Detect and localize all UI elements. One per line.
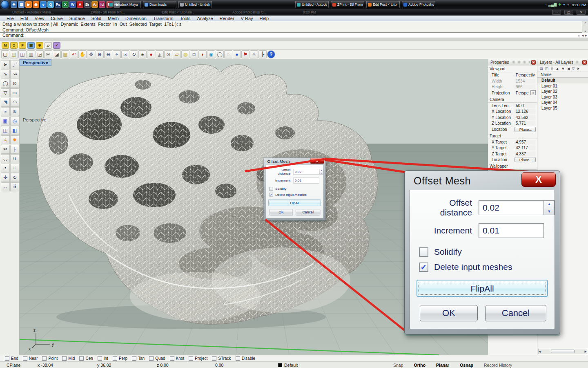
explode-icon[interactable]: ✸ <box>10 135 19 144</box>
paste-icon[interactable]: ▦ <box>61 50 69 58</box>
arc-icon[interactable]: ◠ <box>10 98 19 107</box>
block-hierarchy-icon[interactable]: ┣ <box>258 50 267 58</box>
layer-row[interactable]: Layer 05 <box>537 105 588 111</box>
solidify-checkbox[interactable] <box>419 247 428 257</box>
network-signal-icon[interactable]: ▂▄▆ <box>548 2 557 7</box>
print-icon[interactable]: ▥ <box>27 50 35 58</box>
zoom-extents-icon[interactable]: ⊡ <box>121 50 129 58</box>
fillet-edge-icon[interactable]: ◡ <box>1 154 10 163</box>
flip-all-button[interactable]: FlipAll <box>416 280 548 297</box>
menu-item[interactable]: View <box>31 16 48 21</box>
prompt-right-icon[interactable]: ▶ <box>585 34 587 37</box>
checkbox[interactable] <box>132 356 136 361</box>
update-shield-icon[interactable]: ✚ <box>558 2 561 7</box>
acrobat-icon[interactable]: A <box>77 1 83 8</box>
start-button[interactable] <box>1 0 9 9</box>
indesign-icon[interactable]: Id <box>99 1 105 8</box>
menu-item[interactable]: Surface <box>66 16 88 21</box>
menu-item[interactable]: File <box>3 16 17 21</box>
blue-cube-icon[interactable]: ▣ <box>27 42 35 49</box>
help-icon[interactable]: ? <box>267 50 275 58</box>
status-toggle[interactable]: Record History <box>484 362 512 368</box>
ok-button[interactable]: OK <box>270 209 293 215</box>
layer-row[interactable]: Layer 01 <box>537 83 588 89</box>
increment-input[interactable]: 0.01 <box>293 178 319 184</box>
taskbar-button[interactable]: Edit Post < tutorials ... <box>366 1 400 8</box>
orient-icon[interactable]: ▱ <box>173 50 181 58</box>
word-icon[interactable]: W <box>69 1 76 8</box>
checkbox[interactable] <box>189 356 193 361</box>
cut-icon[interactable]: ✂ <box>44 50 52 58</box>
spin-up-icon[interactable]: ▲ <box>319 169 323 172</box>
close-button[interactable]: X <box>310 158 324 164</box>
delete-layer-icon[interactable]: ✕ <box>550 67 554 71</box>
layer-row[interactable]: Layer 04 <box>537 100 588 105</box>
named-view-o-icon[interactable]: O <box>10 42 18 49</box>
osnap-toggle[interactable]: Mid <box>62 356 75 361</box>
window-switcher-icon[interactable]: ❖ <box>11 1 17 8</box>
spin-up-icon[interactable]: ▲ <box>544 201 554 208</box>
sphere-wire-icon[interactable]: ◯ <box>216 50 224 58</box>
close-button[interactable]: X <box>521 172 556 187</box>
layers-name-header[interactable]: Name <box>537 72 588 78</box>
curve-icon[interactable]: ∿ <box>1 70 10 79</box>
move-icon[interactable]: ✥ <box>87 50 95 58</box>
solidify-checkbox[interactable] <box>269 187 273 191</box>
show-desktop-icon[interactable]: ▤ <box>18 1 24 8</box>
excel-icon[interactable]: X <box>62 1 69 8</box>
layer-row[interactable]: Default <box>537 78 588 83</box>
export-icon[interactable]: ◲ <box>36 50 44 58</box>
menu-item[interactable]: V-Ray <box>238 16 256 21</box>
osnap-toggle[interactable]: Knot <box>170 356 185 361</box>
offset-distance-stepper[interactable]: ▲▼ <box>319 169 323 175</box>
options-gear-icon[interactable]: ✳ <box>250 50 258 58</box>
menu-item[interactable]: Tools <box>177 16 194 21</box>
menu-item[interactable]: Render <box>216 16 238 21</box>
pin-icon[interactable]: ➤ <box>577 67 580 71</box>
checkbox[interactable] <box>5 356 9 361</box>
scale-tool-icon[interactable]: ↔ <box>1 182 10 191</box>
rotate-tool-icon[interactable]: ↻ <box>10 173 19 182</box>
checkbox[interactable] <box>79 356 84 361</box>
bridge-icon[interactable]: Br <box>84 1 91 8</box>
sphere-icon[interactable]: ◎ <box>10 117 19 126</box>
status-toggle[interactable]: Planar <box>436 362 449 368</box>
menu-item[interactable]: Curve <box>47 16 66 21</box>
taskbar-button[interactable]: Untitled - Undefine... <box>178 1 212 8</box>
maximize-button[interactable]: ▢ <box>564 10 573 15</box>
flip-all-button[interactable]: FlipAll <box>268 200 321 206</box>
cylinder-icon[interactable]: ◫ <box>1 126 10 135</box>
osnap-toggle[interactable]: Point <box>42 356 58 361</box>
star-icon[interactable]: ✱ <box>36 42 43 49</box>
patch-icon[interactable]: ◧ <box>10 126 19 135</box>
offset-distance-input[interactable]: 0.02 ▲▼ <box>293 169 319 175</box>
menu-item[interactable]: Analyze <box>194 16 216 21</box>
named-view-m-icon[interactable]: M <box>2 42 9 49</box>
spin-down-icon[interactable]: ▼ <box>544 208 554 215</box>
close-icon[interactable]: ✕ <box>531 60 536 65</box>
white-tag-icon[interactable]: ▱ <box>45 42 52 49</box>
render-preview-icon[interactable]: ◭ <box>156 50 164 58</box>
render-icon[interactable]: ● <box>147 50 155 58</box>
points-grid-icon[interactable]: ∷ <box>10 164 19 173</box>
check-circle-icon[interactable]: ✓ <box>53 42 60 49</box>
layer-color-swatch[interactable] <box>278 363 282 367</box>
media-player-icon[interactable]: ▶ <box>25 1 32 8</box>
osnap-toggle[interactable]: Near <box>23 356 38 361</box>
polygon-icon[interactable]: ▽ <box>1 88 10 97</box>
array-tool-icon[interactable]: ⠿ <box>10 182 19 191</box>
taskbar-button[interactable]: Downloads <box>143 1 176 8</box>
flag-icon[interactable]: ⚑ <box>241 50 249 58</box>
cancel-button[interactable]: Cancel <box>296 209 320 215</box>
delete-input-meshes-checkbox[interactable]: ✓ <box>269 193 273 196</box>
rectangle-icon[interactable]: ▭ <box>10 88 19 97</box>
quicktime-icon[interactable]: Q <box>47 1 54 8</box>
network-globe-icon[interactable]: ● <box>563 2 565 7</box>
collapse-icon[interactable]: ◀ <box>567 67 570 71</box>
status-toggle[interactable]: Snap <box>393 362 403 368</box>
prompt-left-icon[interactable]: ◀ <box>581 34 584 37</box>
cancel-button[interactable]: Cancel <box>485 305 546 321</box>
open-file-icon[interactable]: ▤ <box>10 50 18 58</box>
measure-icon[interactable]: ⊙ <box>164 50 172 58</box>
taskbar-button[interactable]: Autodesk Maya 201... <box>107 1 141 8</box>
